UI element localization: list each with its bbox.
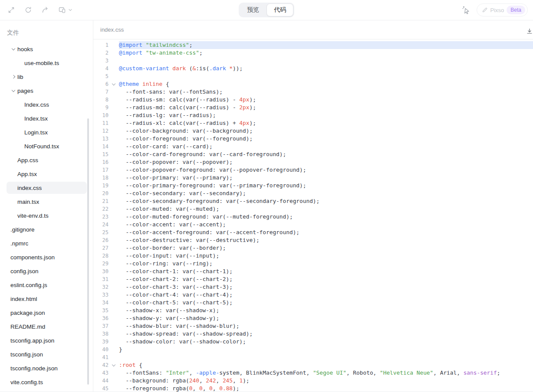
tree-file-index-css[interactable]: index.css <box>0 181 93 195</box>
tree-folder-lib[interactable]: lib <box>0 70 93 84</box>
code-text: --color-background: var(--background); <box>119 127 533 135</box>
tree-file-tsconfig-app-json[interactable]: tsconfig.app.json <box>0 333 93 347</box>
code-line-4[interactable]: 4@custom-variant dark (&:is(.dark *)); <box>93 65 533 72</box>
code-text: --color-secondary-foreground: var(--seco… <box>119 197 533 205</box>
line-number: 41 <box>93 353 109 361</box>
tree-file-index-css[interactable]: Index.css <box>0 98 93 111</box>
line-number: 21 <box>93 197 109 205</box>
redo-button[interactable] <box>40 5 50 15</box>
code-line-31[interactable]: 31 --color-chart-2: var(--chart-2); <box>93 275 533 283</box>
tab-code[interactable]: 代码 <box>266 3 293 16</box>
code-line-34[interactable]: 34 --color-chart-5: var(--chart-5); <box>93 299 533 307</box>
download-button[interactable] <box>524 26 533 36</box>
code-line-38[interactable]: 38 --shadow-spread: var(--shadow-spread)… <box>93 330 533 338</box>
line-number: 40 <box>93 346 109 353</box>
chevron-down-icon[interactable] <box>10 46 17 52</box>
tree-file-use-mobile-ts[interactable]: use-mobile.ts <box>0 56 93 70</box>
tree-file-components-json[interactable]: components.json <box>0 250 93 264</box>
code-line-8[interactable]: 8 --radius-sm: calc(var(--radius) - 4px)… <box>93 96 533 104</box>
tree-file-main-tsx[interactable]: main.tsx <box>0 195 93 209</box>
tree-file-notfound-tsx[interactable]: NotFound.tsx <box>0 139 93 153</box>
code-line-20[interactable]: 20 --color-secondary: var(--secondary); <box>93 189 533 197</box>
code-line-39[interactable]: 39 --shadow-color: var(--shadow-color); <box>93 338 533 346</box>
tree-file-vite-config-ts[interactable]: vite.config.ts <box>0 375 93 389</box>
sidebar-scrollbar[interactable] <box>87 118 89 385</box>
code-line-10[interactable]: 10 --radius-lg: var(--radius); <box>93 111 533 119</box>
code-line-5[interactable]: 5 <box>93 72 533 80</box>
tree-file-tsconfig-node-json[interactable]: tsconfig.node.json <box>0 361 93 375</box>
code-line-12[interactable]: 12 --color-background: var(--background)… <box>93 127 533 135</box>
code-line-23[interactable]: 23 --color-muted-foreground: var(--muted… <box>93 213 533 221</box>
tree-file-login-tsx[interactable]: Login.tsx <box>0 125 93 139</box>
chevron-down-icon[interactable] <box>10 87 17 94</box>
code-line-40[interactable]: 40} <box>93 346 533 353</box>
pixso-button[interactable]: Pixso Beta <box>477 3 528 16</box>
code-line-45[interactable]: 45 --foreground: rgba(0, 0, 0, 0.88); <box>93 385 533 392</box>
tree-file-gitignore[interactable]: .gitignore <box>0 222 93 236</box>
tree-file-package-json[interactable]: package.json <box>0 306 93 320</box>
tree-folder-hooks[interactable]: hooks <box>0 42 93 56</box>
tree-file-tsconfig-json[interactable]: tsconfig.json <box>0 347 93 361</box>
code-line-3[interactable]: 3 <box>93 57 533 65</box>
code-line-22[interactable]: 22 --color-muted: var(--muted); <box>93 205 533 213</box>
code-line-27[interactable]: 27 --color-border: var(--border); <box>93 244 533 252</box>
tree-file-app-tsx[interactable]: App.tsx <box>0 167 93 181</box>
code-line-17[interactable]: 17 --color-popover-foreground: var(--pop… <box>93 166 533 174</box>
code-line-18[interactable]: 18 --color-primary: var(--primary); <box>93 174 533 182</box>
tree-file-index-html[interactable]: index.html <box>0 292 93 306</box>
tree-file-readme-md[interactable]: README.md <box>0 320 93 333</box>
code-line-9[interactable]: 9 --radius-md: calc(var(--radius) - 2px)… <box>93 104 533 111</box>
top-toolbar: 预览 代码 Pixso Beta <box>0 0 533 20</box>
code-line-6[interactable]: 6@theme inline { <box>93 80 533 88</box>
cursor-ai-button[interactable] <box>461 5 471 15</box>
tree-file-config-json[interactable]: config.json <box>0 264 93 278</box>
code-line-16[interactable]: 16 --color-popover: var(--popover); <box>93 158 533 166</box>
device-preview-control[interactable] <box>57 5 72 15</box>
line-number: 8 <box>93 96 109 104</box>
code-line-42[interactable]: 42:root { <box>93 361 533 369</box>
tree-folder-pages[interactable]: pages <box>0 84 93 98</box>
code-line-2[interactable]: 2@import "tw-animate-css"; <box>93 49 533 57</box>
code-text: --color-foreground: var(--foreground); <box>119 135 533 143</box>
code-line-33[interactable]: 33 --color-chart-4: var(--chart-4); <box>93 291 533 299</box>
code-line-13[interactable]: 13 --color-foreground: var(--foreground)… <box>93 135 533 143</box>
expand-button[interactable] <box>6 5 16 15</box>
code-line-25[interactable]: 25 --color-accent-foreground: var(--acce… <box>93 229 533 236</box>
fold-gutter <box>109 166 119 174</box>
code-line-28[interactable]: 28 --color-input: var(--input); <box>93 252 533 260</box>
fold-gutter <box>109 221 119 229</box>
code-line-11[interactable]: 11 --radius-xl: calc(var(--radius) + 4px… <box>93 119 533 127</box>
code-line-41[interactable]: 41 <box>93 353 533 361</box>
code-text: @theme inline { <box>119 80 533 88</box>
code-line-35[interactable]: 35 --shadow-x: var(--shadow-x); <box>93 307 533 314</box>
tab-preview[interactable]: 预览 <box>240 3 266 16</box>
tree-file-app-css[interactable]: App.css <box>0 153 93 167</box>
line-number: 33 <box>93 291 109 299</box>
code-line-44[interactable]: 44 --background: rgba(240, 242, 245, 1); <box>93 377 533 385</box>
refresh-button[interactable] <box>23 5 33 15</box>
code-line-29[interactable]: 29 --color-ring: var(--ring); <box>93 260 533 268</box>
fold-chevron-icon[interactable] <box>109 361 119 369</box>
code-line-14[interactable]: 14 --color-card: var(--card); <box>93 143 533 150</box>
code-line-15[interactable]: 15 --color-card-foreground: var(--card-f… <box>93 150 533 158</box>
code-line-30[interactable]: 30 --color-chart-1: var(--chart-1); <box>93 268 533 275</box>
code-line-24[interactable]: 24 --color-accent: var(--accent); <box>93 221 533 229</box>
code-line-19[interactable]: 19 --color-primary-foreground: var(--pri… <box>93 182 533 189</box>
tree-file-vite-env-d-ts[interactable]: vite-env.d.ts <box>0 209 93 222</box>
code-line-36[interactable]: 36 --shadow-y: var(--shadow-y); <box>93 314 533 322</box>
code-line-1[interactable]: 1@import "tailwindcss"; <box>93 41 533 49</box>
code-line-37[interactable]: 37 --shadow-blur: var(--shadow-blur); <box>93 322 533 330</box>
tree-file-index-tsx[interactable]: Index.tsx <box>0 111 93 125</box>
chevron-right-icon[interactable] <box>10 73 17 80</box>
code-line-26[interactable]: 26 --color-destructive: var(--destructiv… <box>93 236 533 244</box>
tree-file-eslint-config-js[interactable]: eslint.config.js <box>0 278 93 292</box>
fold-gutter <box>109 346 119 353</box>
line-number: 27 <box>93 244 109 252</box>
tree-file-npmrc[interactable]: .npmrc <box>0 236 93 250</box>
code-line-7[interactable]: 7 --font-sans: var(--fontSans); <box>93 88 533 96</box>
fold-chevron-icon[interactable] <box>109 80 119 88</box>
code-line-21[interactable]: 21 --color-secondary-foreground: var(--s… <box>93 197 533 205</box>
fold-gutter <box>109 213 119 221</box>
code-line-43[interactable]: 43 --fontSans: "Inter", -apple-system, B… <box>93 369 533 377</box>
code-line-32[interactable]: 32 --color-chart-3: var(--chart-3); <box>93 283 533 291</box>
